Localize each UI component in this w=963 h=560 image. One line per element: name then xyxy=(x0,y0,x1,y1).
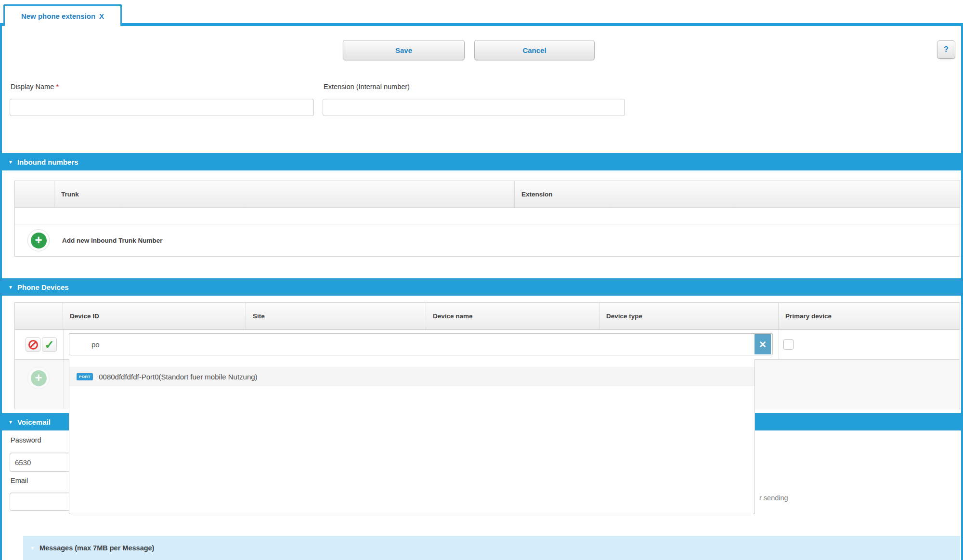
collapse-arrow-icon: ▼ xyxy=(8,419,13,425)
voicemail-password-label: Password xyxy=(11,436,41,444)
cancel-button-label: Cancel xyxy=(522,46,546,54)
frame-top-border xyxy=(0,23,963,26)
clear-input-button[interactable]: ✕ xyxy=(755,334,771,354)
block-icon xyxy=(28,340,38,350)
device-edit-row: ✓ ✕ xyxy=(15,330,960,360)
clipped-sending-text: r sending xyxy=(759,494,788,502)
clear-x-icon: ✕ xyxy=(759,339,767,350)
port-badge-icon: PORT xyxy=(77,373,93,380)
voicemail-email-label: Email xyxy=(11,477,28,484)
help-button[interactable]: ? xyxy=(937,40,955,59)
display-name-label: Display Name* xyxy=(11,83,59,91)
extension-input[interactable] xyxy=(323,99,625,116)
devices-table-header: Device ID Site Device name Device type P… xyxy=(15,303,960,330)
plus-icon: + xyxy=(31,233,47,248)
plus-icon: + xyxy=(31,370,47,386)
display-name-input[interactable] xyxy=(10,99,314,116)
collapse-arrow-icon: ▼ xyxy=(8,159,13,165)
cancel-button[interactable]: Cancel xyxy=(474,40,595,60)
confirm-row-button[interactable]: ✓ xyxy=(42,337,57,352)
required-asterisk: * xyxy=(56,83,59,91)
help-icon: ? xyxy=(944,45,949,54)
devices-header-device-name: Device name xyxy=(426,303,599,329)
device-suggestion-item[interactable]: PORT 0080dfdfdfdf-Port0(Standort fuer mo… xyxy=(69,367,755,386)
collapse-arrow-icon: ▼ xyxy=(30,545,35,551)
cancel-row-button[interactable] xyxy=(26,337,40,352)
inbound-numbers-table: Trunk Extension + Add new Inbound Trunk … xyxy=(14,181,960,257)
tab-label: New phone extension xyxy=(21,12,95,20)
device-id-search-input[interactable] xyxy=(69,333,773,355)
save-button[interactable]: Save xyxy=(343,40,465,60)
devices-header-device-type: Device type xyxy=(599,303,779,329)
inbound-numbers-title: Inbound numbers xyxy=(17,158,78,166)
check-icon: ✓ xyxy=(44,339,54,351)
section-header-messages[interactable]: ▼ Messages (max 7MB per Message) xyxy=(23,536,960,560)
devices-header-primary-device: Primary device xyxy=(779,303,960,329)
section-header-inbound-numbers[interactable]: ▼ Inbound numbers xyxy=(2,153,961,170)
inbound-header-extension: Extension xyxy=(515,181,960,208)
save-button-label: Save xyxy=(395,46,412,54)
column-divider xyxy=(63,330,64,359)
section-header-phone-devices[interactable]: ▼ Phone Devices xyxy=(2,278,961,296)
messages-title: Messages (max 7MB per Message) xyxy=(39,544,155,552)
primary-device-checkbox[interactable] xyxy=(783,339,794,350)
device-suggestion-label: 0080dfdfdfdf-Port0(Standort fuer mobile … xyxy=(99,373,257,381)
column-divider xyxy=(63,360,64,409)
inbound-table-header: Trunk Extension xyxy=(15,181,960,208)
new-phone-extension-page: New phone extension X Save Cancel ? Disp… xyxy=(0,0,963,560)
voicemail-title: Voicemail xyxy=(17,418,51,426)
device-suggestion-dropdown: PORT 0080dfdfdfdf-Port0(Standort fuer mo… xyxy=(69,359,755,514)
inbound-header-trunk: Trunk xyxy=(54,181,515,208)
add-inbound-trunk-label: Add new Inbound Trunk Number xyxy=(62,237,163,244)
add-device-button-disabled: + xyxy=(27,367,50,389)
devices-header-device-id: Device ID xyxy=(63,303,246,329)
column-divider xyxy=(779,330,779,359)
extension-label: Extension (Internal number) xyxy=(324,83,410,91)
inbound-empty-row xyxy=(15,208,960,224)
tab-close-icon[interactable]: X xyxy=(99,12,104,20)
frame-right-border xyxy=(961,23,963,560)
collapse-arrow-icon: ▼ xyxy=(8,285,13,290)
phone-devices-title: Phone Devices xyxy=(17,283,69,291)
inbound-header-icon-col xyxy=(15,181,54,208)
tab-new-phone-extension[interactable]: New phone extension X xyxy=(3,4,122,26)
devices-header-site: Site xyxy=(246,303,426,329)
add-inbound-trunk-row[interactable]: + Add new Inbound Trunk Number xyxy=(15,224,960,256)
devices-header-icon-col xyxy=(15,303,63,329)
add-inbound-trunk-button[interactable]: + xyxy=(27,229,50,251)
